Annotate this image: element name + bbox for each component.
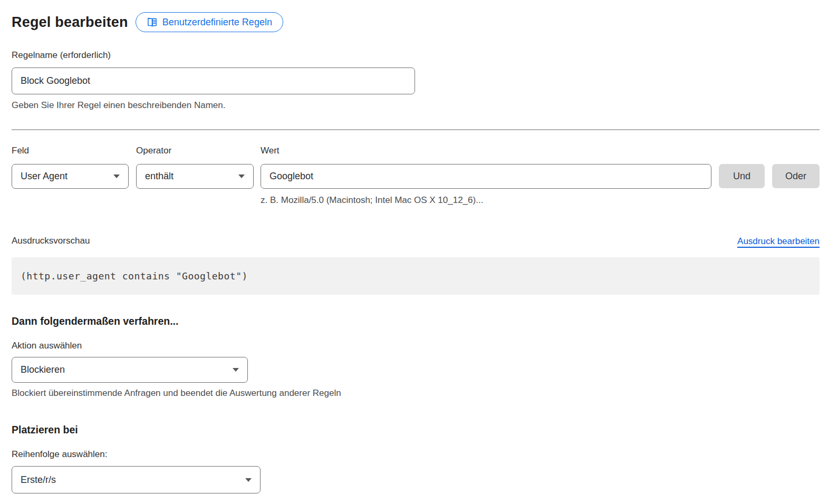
and-button[interactable]: Und — [719, 164, 765, 188]
custom-rules-docs-label: Benutzerdefinierte Regeln — [162, 17, 272, 28]
value-label: Wert — [261, 145, 711, 157]
action-help: Blockiert übereinstimmende Anfragen und … — [12, 387, 820, 399]
rule-name-label: Regelname (erforderlich) — [12, 50, 820, 61]
operator-select[interactable]: enthält — [136, 164, 254, 189]
page-header: Regel bearbeiten Benutzerdefinierte Rege… — [12, 12, 820, 32]
expression-code: (http.user_agent contains "Googlebot") — [21, 270, 248, 282]
placement-order-value: Erste/r/s — [21, 474, 56, 486]
page-title: Regel bearbeiten — [12, 14, 128, 31]
custom-rules-docs-button[interactable]: Benutzerdefinierte Regeln — [136, 12, 283, 32]
action-select[interactable]: Blockieren — [12, 357, 248, 383]
action-heading: Dann folgendermaßen verfahren... — [12, 315, 820, 327]
or-button[interactable]: Oder — [772, 164, 820, 188]
field-select[interactable]: User Agent — [12, 164, 129, 189]
field-select-value: User Agent — [21, 171, 68, 182]
field-label: Feld — [12, 145, 129, 157]
chevron-down-icon — [113, 175, 120, 178]
edit-rule-page: Regel bearbeiten Benutzerdefinierte Rege… — [0, 0, 828, 493]
action-label: Aktion auswählen — [12, 340, 820, 352]
condition-row: Feld User Agent Operator enthält Wert z.… — [12, 145, 820, 206]
chevron-down-icon — [233, 368, 239, 372]
expression-code-box: (http.user_agent contains "Googlebot") — [12, 257, 820, 295]
expression-preview-label: Ausdrucksvorschau — [12, 235, 90, 247]
section-divider — [12, 129, 820, 130]
open-book-icon — [147, 17, 158, 28]
value-input[interactable] — [261, 164, 711, 189]
value-help: z. B. Mozilla/5.0 (Macintosh; Intel Mac … — [261, 195, 711, 206]
action-select-value: Blockieren — [21, 364, 65, 375]
chevron-down-icon — [245, 478, 252, 482]
expression-preview-row: Ausdrucksvorschau Ausdruck bearbeiten — [12, 235, 820, 247]
placement-heading: Platzieren bei — [12, 424, 820, 436]
placement-order-label: Reihenfolge auswählen: — [12, 449, 820, 460]
operator-select-value: enthält — [145, 171, 174, 182]
rule-name-help: Geben Sie Ihrer Regel einen beschreibend… — [12, 100, 820, 111]
placement-order-select[interactable]: Erste/r/s — [12, 466, 261, 493]
operator-label: Operator — [136, 145, 254, 157]
rule-name-input[interactable] — [12, 67, 415, 94]
chevron-down-icon — [238, 175, 245, 178]
edit-expression-link[interactable]: Ausdruck bearbeiten — [737, 236, 820, 247]
